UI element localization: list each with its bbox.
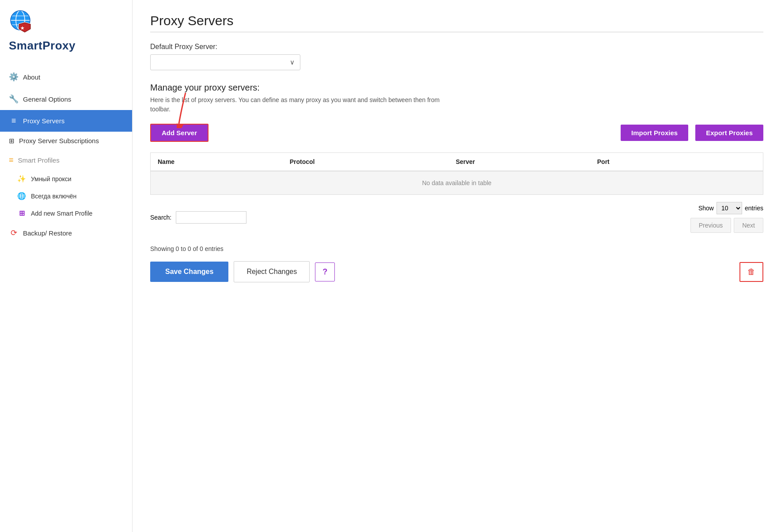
trash-icon: 🗑 bbox=[747, 267, 755, 276]
sidebar-item-proxy-subscriptions-label: Proxy Server Subscriptions bbox=[19, 137, 99, 144]
table-footer: Search: Show 10 25 50 100 entries Previo… bbox=[150, 202, 763, 233]
sidebar-item-about[interactable]: ⚙️ About bbox=[0, 66, 132, 88]
bottom-buttons: Save Changes Reject Changes ? 🗑 bbox=[150, 261, 763, 282]
wrench-icon: 🔧 bbox=[9, 94, 19, 104]
export-proxies-button[interactable]: Export Proxies bbox=[695, 125, 763, 141]
reject-changes-button[interactable]: Reject Changes bbox=[234, 261, 310, 282]
sidebar-navigation: ⚙️ About 🔧 General Options ≡ Proxy Serve… bbox=[0, 66, 132, 532]
globe-icon: 🌐 bbox=[17, 192, 27, 200]
default-proxy-label: Default Proxy Server: bbox=[150, 43, 763, 51]
sidebar-item-always-on-label: Всегда включён bbox=[31, 193, 76, 200]
col-protocol: Protocol bbox=[283, 153, 449, 171]
search-label: Search: bbox=[150, 214, 171, 221]
entries-label: entries bbox=[745, 205, 763, 212]
sidebar-item-general-options-label: General Options bbox=[23, 95, 71, 103]
default-proxy-dropdown[interactable] bbox=[156, 59, 288, 66]
title-divider bbox=[150, 32, 763, 32]
manage-title: Manage your proxy servers: bbox=[150, 83, 763, 93]
previous-button[interactable]: Previous bbox=[690, 218, 731, 233]
sidebar-item-add-smart-profile[interactable]: ⊞ Add new Smart Profile bbox=[0, 205, 132, 222]
table-empty-row: No data available in table bbox=[151, 171, 763, 195]
table-empty-message: No data available in table bbox=[151, 171, 763, 195]
sidebar: ★ SmartProxy ⚙️ About 🔧 General Options … bbox=[0, 0, 133, 532]
showing-text: Showing 0 to 0 of 0 entries bbox=[150, 245, 224, 252]
search-area: Search: bbox=[150, 211, 246, 224]
sidebar-item-about-label: About bbox=[23, 73, 40, 81]
table-icon: ⊞ bbox=[9, 137, 15, 145]
help-button[interactable]: ? bbox=[315, 262, 335, 281]
table-header: Name Protocol Server Port bbox=[151, 153, 763, 171]
sidebar-smart-profiles-label: Smart Profiles bbox=[18, 156, 60, 164]
sidebar-item-backup-label: Backup/ Restore bbox=[23, 229, 72, 237]
gear-icon: ⚙️ bbox=[9, 72, 19, 82]
right-controls: Show 10 25 50 100 entries Previous Next bbox=[690, 202, 763, 233]
main-content: Proxy Servers Default Proxy Server: ∨ Ma… bbox=[133, 0, 781, 532]
show-label: Show bbox=[698, 205, 714, 212]
add-server-arrow-container: Add Server bbox=[150, 124, 209, 142]
refresh-icon: ⟳ bbox=[9, 228, 19, 238]
col-name: Name bbox=[151, 153, 283, 171]
show-entries: Show 10 25 50 100 entries bbox=[698, 202, 763, 214]
search-input[interactable] bbox=[176, 211, 246, 224]
default-proxy-select-container[interactable]: ∨ bbox=[150, 54, 300, 70]
app-logo-icon: ★ bbox=[9, 9, 35, 35]
manage-desc: Here is the list of proxy servers. You c… bbox=[150, 95, 459, 114]
chevron-down-icon: ∨ bbox=[290, 58, 295, 66]
sidebar-item-backup[interactable]: ⟳ Backup/ Restore bbox=[0, 222, 132, 244]
col-server: Server bbox=[449, 153, 590, 171]
sidebar-item-always-on[interactable]: 🌐 Всегда включён bbox=[0, 187, 132, 205]
sidebar-item-add-smart-profile-label: Add new Smart Profile bbox=[31, 210, 92, 217]
wand-icon: ✨ bbox=[17, 175, 27, 183]
page-title: Proxy Servers bbox=[150, 13, 763, 28]
server-icon: ≡ bbox=[9, 116, 19, 125]
sidebar-item-smart-proxy[interactable]: ✨ Умный прокси bbox=[0, 170, 132, 187]
smart-profiles-icon: ≡ bbox=[9, 156, 14, 165]
app-name: SmartProxy bbox=[9, 39, 76, 53]
sidebar-item-proxy-subscriptions[interactable]: ⊞ Proxy Server Subscriptions bbox=[0, 132, 132, 150]
plus-box-icon: ⊞ bbox=[17, 209, 27, 217]
show-count-select[interactable]: 10 25 50 100 bbox=[717, 202, 742, 214]
action-buttons-row: Add Server Import Proxies Export Proxies bbox=[150, 124, 763, 142]
sidebar-section-smart-profiles: ≡ Smart Profiles bbox=[0, 150, 132, 170]
next-button[interactable]: Next bbox=[734, 218, 763, 233]
sidebar-item-proxy-servers-label: Proxy Servers bbox=[23, 117, 64, 125]
delete-button[interactable]: 🗑 bbox=[739, 262, 763, 282]
sidebar-item-general-options[interactable]: 🔧 General Options bbox=[0, 88, 132, 110]
svg-text:★: ★ bbox=[20, 26, 25, 30]
add-server-button[interactable]: Add Server bbox=[150, 124, 209, 142]
col-port: Port bbox=[590, 153, 702, 171]
logo-area: ★ SmartProxy bbox=[0, 0, 132, 57]
sidebar-item-proxy-servers[interactable]: ≡ Proxy Servers bbox=[0, 110, 132, 132]
table-body: No data available in table bbox=[151, 171, 763, 195]
col-actions bbox=[702, 153, 763, 171]
sidebar-item-smart-proxy-label: Умный прокси bbox=[31, 175, 72, 182]
import-proxies-button[interactable]: Import Proxies bbox=[621, 125, 688, 141]
showing-row: Showing 0 to 0 of 0 entries bbox=[150, 245, 763, 252]
proxy-table: Name Protocol Server Port No data availa… bbox=[150, 152, 763, 195]
pagination-area: Previous Next bbox=[690, 218, 763, 233]
save-changes-button[interactable]: Save Changes bbox=[150, 262, 228, 282]
